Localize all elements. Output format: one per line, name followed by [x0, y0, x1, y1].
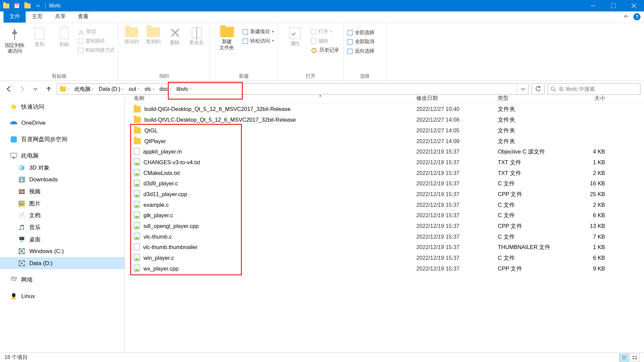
select-all-button[interactable]: 全部选择 — [347, 29, 374, 36]
file-type: C 文件 — [498, 201, 566, 208]
up-button[interactable] — [43, 84, 54, 95]
file-size: 9 KB — [566, 265, 610, 272]
copy-path-button[interactable]: 复制路径 — [78, 38, 115, 44]
properties-button[interactable]: 属性 — [282, 25, 308, 47]
file-row[interactable]: build-QtVLC-Desktop_Qt_5_12_6_MSVC2017_3… — [125, 115, 644, 125]
file-icon — [134, 222, 140, 229]
file-list[interactable]: build-QtGl-Desktop_Qt_5_12_6_MSVC2017_32… — [125, 104, 644, 274]
nav-quick-access[interactable]: ⭐快速访问 — [0, 101, 124, 113]
nav-network[interactable]: 网络 — [0, 274, 124, 286]
file-name: win_player.c — [144, 255, 174, 261]
view-details-button[interactable] — [619, 353, 629, 361]
maximize-button[interactable] — [603, 0, 624, 11]
col-date[interactable]: 修改日期 — [416, 95, 498, 102]
recent-locations-button[interactable] — [30, 84, 41, 95]
file-size: 6 KB — [566, 255, 610, 261]
nav-pc-child[interactable]: 📄文档 — [0, 209, 124, 222]
svg-rect-12 — [11, 136, 17, 142]
search-input[interactable]: 在 libvlc 中搜索 — [547, 83, 640, 95]
invert-selection-button[interactable]: 反向选择 — [347, 48, 374, 55]
file-row[interactable]: gtk_player.c2022/12/19 15:37C 文件6 KB — [125, 210, 644, 221]
ribbon-tab-share[interactable]: 共享 — [49, 11, 72, 23]
view-large-icons-button[interactable] — [630, 353, 640, 361]
forward-button[interactable] — [17, 84, 28, 95]
nav-pc-child[interactable]: 🖼️图片 — [0, 197, 124, 209]
nav-pc-child[interactable]: 🎞️视频 — [0, 185, 124, 197]
file-row[interactable]: CMakeLists.txt2022/12/19 15:37TXT 文件2 KB — [125, 168, 644, 178]
new-folder-button[interactable]: 新建 文件夹 — [213, 25, 240, 51]
help-icon[interactable]: ? — [633, 13, 640, 20]
col-name[interactable]: 名称 — [134, 95, 416, 102]
file-name: QtPlayer — [144, 138, 166, 144]
nav-pc-child[interactable]: 💽Windows (C:) — [0, 245, 124, 257]
qat-newfolder-icon[interactable] — [24, 2, 31, 9]
navigation-pane[interactable]: ⭐快速访问 OneDrive 百度网盘同步空间 此电脑 🧊3D 对象⬇️Down… — [0, 97, 125, 352]
copy-to-button[interactable]: 复制到 — [144, 25, 163, 45]
file-row[interactable]: appkit_player.m2022/12/19 15:37Objective… — [125, 146, 644, 157]
file-row[interactable]: vlc-thumb.thumbnailer2022/12/19 15:37THU… — [125, 242, 644, 253]
file-row[interactable]: vlc-thumb.c2022/12/19 15:37C 文件7 KB — [125, 232, 644, 242]
file-row[interactable]: QtGL2022/12/27 14:05文件夹 — [125, 125, 644, 136]
close-button[interactable] — [624, 0, 644, 11]
ribbon-tab-file[interactable]: 文件 — [4, 11, 26, 23]
history-button[interactable]: 历史记录 — [311, 47, 339, 54]
new-item-button[interactable]: 新建项目▾ — [243, 28, 274, 35]
file-icon — [134, 169, 140, 176]
move-to-button[interactable]: 移动到 — [122, 25, 141, 45]
easy-access-button[interactable]: 轻松访问▾ — [243, 38, 274, 44]
nav-baidu-sync[interactable]: 百度网盘同步空间 — [0, 133, 124, 145]
breadcrumb-item[interactable]: doc› — [157, 84, 174, 95]
nav-pc-child[interactable]: 🎵音乐 — [0, 221, 124, 233]
pin-to-quick-access-button[interactable]: 固定到快 速访问 — [4, 25, 26, 54]
file-row[interactable]: win_player.c2022/12/19 15:37C 文件6 KB — [125, 253, 644, 263]
qat-dropdown-icon[interactable] — [35, 2, 42, 9]
paste-button[interactable]: 粘贴 — [53, 25, 75, 48]
file-row[interactable]: d3d11_player.cpp2022/12/19 15:37CPP 文件25… — [125, 189, 644, 200]
cut-button[interactable]: 剪切 — [78, 28, 115, 35]
open-button[interactable]: 打开▾ — [311, 28, 339, 35]
col-size[interactable]: 大小 — [566, 95, 610, 102]
breadcrumb-item[interactable]: out› — [126, 84, 142, 95]
ribbon-tab-view[interactable]: 查看 — [72, 11, 95, 23]
nav-pc-child[interactable]: 🧊3D 对象 — [0, 162, 124, 174]
nav-this-pc[interactable]: 此电脑 — [0, 149, 124, 162]
back-button[interactable] — [4, 84, 14, 95]
copy-button[interactable]: 复制 — [29, 25, 51, 48]
select-none-button[interactable]: 全部取消 — [347, 39, 374, 45]
file-row[interactable]: build-QtGl-Desktop_Qt_5_12_6_MSVC2017_32… — [125, 104, 644, 115]
address-dropdown-icon[interactable] — [517, 84, 528, 95]
nav-onedrive[interactable]: OneDrive — [0, 117, 124, 129]
nav-pc-child[interactable]: ⬇️Downloads — [0, 174, 124, 186]
file-row[interactable]: d3d9_player.c2022/12/19 15:37C 文件16 KB — [125, 178, 644, 189]
refresh-button[interactable] — [532, 83, 545, 95]
delete-button[interactable]: 删除 — [165, 25, 184, 46]
file-row[interactable]: example.c2022/12/19 15:37C 文件2 KB — [125, 200, 644, 210]
column-headers[interactable]: 名称 修改日期 类型 大小 — [125, 94, 644, 104]
qat-properties-icon[interactable] — [13, 2, 20, 9]
nav-pc-child[interactable]: 💽Data (D:) — [0, 257, 124, 269]
file-row[interactable]: CHANGES-v3-to-v4.txt2022/12/19 15:37TXT … — [125, 157, 644, 168]
drive-icon: 💽 — [18, 260, 26, 266]
nav-linux[interactable]: Linux — [0, 290, 124, 302]
nav-pc-child[interactable]: 🖥️桌面 — [0, 233, 124, 245]
file-type: 文件夹 — [498, 137, 566, 145]
crumb-root-icon[interactable]: › — [57, 84, 72, 95]
svg-point-18 — [11, 297, 16, 299]
file-date: 2022/12/27 14:05 — [416, 127, 498, 133]
file-row[interactable]: wx_player.cpp2022/12/19 15:37CPP 文件9 KB — [125, 263, 644, 274]
file-name: sdl_opengl_player.cpp — [144, 223, 199, 229]
rename-button[interactable]: 重命名 — [187, 25, 206, 46]
paste-shortcut-button[interactable]: 粘贴快捷方式 — [78, 47, 115, 54]
ribbon-tab-home[interactable]: 主页 — [26, 11, 49, 23]
edit-button[interactable]: 编辑 — [311, 38, 339, 44]
minimize-button[interactable] — [583, 0, 603, 11]
col-type[interactable]: 类型 — [498, 95, 566, 102]
breadcrumb-item[interactable]: 此电脑› — [72, 84, 96, 95]
file-row[interactable]: QtPlayer2022/12/27 14:09文件夹 — [125, 136, 644, 146]
breadcrumb-item[interactable]: vlc› — [142, 84, 157, 95]
file-row[interactable]: sdl_opengl_player.cpp2022/12/19 15:37CPP… — [125, 221, 644, 232]
breadcrumb-bar[interactable]: › 此电脑›Data (D:)›out›vlc›doc›libvlc› — [57, 83, 529, 95]
ribbon-collapse-icon[interactable] — [623, 13, 629, 21]
breadcrumb-item[interactable]: Data (D:)› — [96, 84, 126, 95]
breadcrumb-item[interactable]: libvlc› — [174, 84, 194, 95]
